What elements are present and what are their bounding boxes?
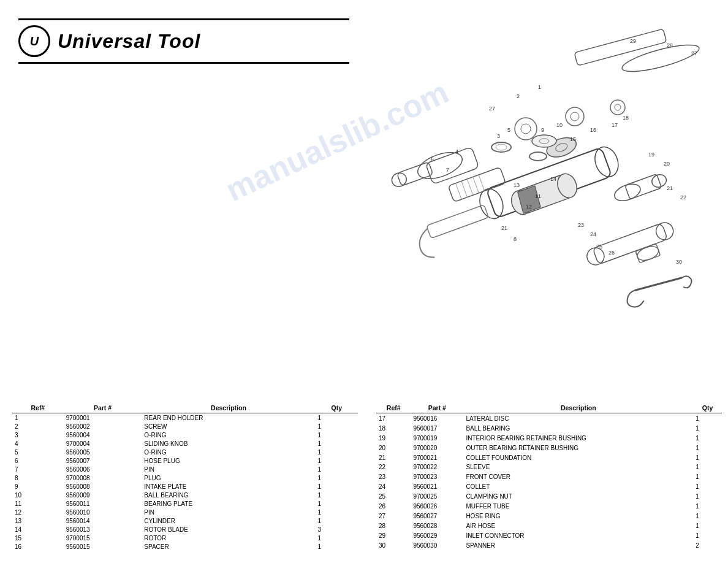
svg-text:20: 20 <box>664 161 670 167</box>
cell-qty: 1 <box>316 534 358 542</box>
svg-text:28: 28 <box>667 42 673 48</box>
svg-point-21 <box>615 104 621 110</box>
cell-description: PIN <box>142 508 315 516</box>
col-header-qty-left: Qty <box>316 403 358 413</box>
svg-text:7: 7 <box>446 167 449 173</box>
svg-rect-35 <box>635 244 661 263</box>
cell-qty: 1 <box>693 413 722 424</box>
cell-part: 9560027 <box>411 511 463 521</box>
cell-description: INTAKE PLATE <box>142 482 315 491</box>
svg-text:23: 23 <box>578 222 584 228</box>
svg-text:10: 10 <box>556 122 563 128</box>
table-row: 23 9700023 FRONT COVER 1 <box>376 472 722 482</box>
table-row: 18 9560017 BALL BEARING 1 <box>376 423 722 433</box>
cell-description: MUFFER TUBE <box>463 502 693 511</box>
svg-point-36 <box>491 142 511 152</box>
table-row: 10 9560009 BALL BEARING 1 <box>12 491 358 499</box>
cell-ref: 23 <box>376 472 411 482</box>
svg-text:14: 14 <box>550 176 556 182</box>
cell-part: 9560014 <box>64 516 142 525</box>
svg-text:11: 11 <box>535 193 541 199</box>
col-header-part-left: Part # <box>64 403 142 413</box>
svg-text:15: 15 <box>570 136 576 142</box>
cell-part: 9560008 <box>64 482 142 491</box>
cell-qty: 1 <box>693 521 722 531</box>
cell-ref: 19 <box>376 433 411 443</box>
table-row: 12 9560010 PIN 1 <box>12 508 358 516</box>
cell-ref: 16 <box>12 542 64 551</box>
svg-text:27: 27 <box>489 105 495 112</box>
svg-text:6: 6 <box>431 156 434 163</box>
cell-description: SPANNER <box>463 541 693 551</box>
cell-part: 9560007 <box>64 456 142 465</box>
cell-part: 9700022 <box>411 462 463 472</box>
cell-part: 9560016 <box>411 413 463 424</box>
table-row: 1 9700001 REAR END HOLDER 1 <box>12 413 358 423</box>
cell-part: 9560013 <box>64 525 142 534</box>
cell-part: 9560029 <box>411 531 463 541</box>
cell-qty: 1 <box>316 491 358 499</box>
svg-rect-1 <box>574 29 667 66</box>
table-row: 21 9700021 COLLET FOUNDATION 1 <box>376 453 722 462</box>
svg-text:13: 13 <box>514 182 520 188</box>
cell-qty: 1 <box>316 422 358 431</box>
cell-qty: 1 <box>316 473 358 482</box>
cell-qty: 1 <box>693 511 722 521</box>
cell-ref: 8 <box>12 473 64 482</box>
svg-text:2: 2 <box>517 93 520 99</box>
cell-description: SCREW <box>142 422 315 431</box>
svg-text:5: 5 <box>507 127 510 133</box>
exploded-diagram: 29 28 27 27 2 1 3 5 4 6 7 9 10 12 11 13 … <box>336 6 716 356</box>
cell-ref: 5 <box>12 448 64 456</box>
table-row: 7 9560006 PIN 1 <box>12 465 358 473</box>
svg-point-37 <box>496 144 507 150</box>
cell-qty: 1 <box>693 472 722 482</box>
cell-qty: 3 <box>316 525 358 534</box>
svg-line-28 <box>461 181 468 197</box>
cell-qty: 1 <box>316 499 358 508</box>
table-row: 2 9560002 SCREW 1 <box>12 422 358 431</box>
cell-description: PIN <box>142 465 315 473</box>
cell-ref: 17 <box>376 413 411 424</box>
svg-point-38 <box>529 152 547 161</box>
cell-qty: 1 <box>316 413 358 423</box>
svg-line-29 <box>467 179 473 195</box>
col-header-part-right: Part # <box>411 403 463 413</box>
cell-ref: 21 <box>376 453 411 462</box>
table-row: 24 9560021 COLLET 1 <box>376 482 722 492</box>
cell-description: LATERAL DISC <box>463 413 693 424</box>
cell-ref: 12 <box>12 508 64 516</box>
col-header-ref-left: Ref# <box>12 403 64 413</box>
svg-text:1: 1 <box>538 84 541 90</box>
header: U Universal Tool <box>18 18 349 64</box>
cell-part: 9560030 <box>411 541 463 551</box>
cell-description: HOSE RING <box>463 511 693 521</box>
cell-part: 9560002 <box>64 422 142 431</box>
svg-text:25: 25 <box>596 243 602 250</box>
logo-icon: U <box>18 25 50 57</box>
svg-rect-25 <box>427 205 488 239</box>
cell-qty: 1 <box>693 453 722 462</box>
svg-text:9: 9 <box>541 127 544 133</box>
cell-qty: 1 <box>693 502 722 511</box>
svg-point-16 <box>515 118 537 140</box>
cell-ref: 6 <box>12 456 64 465</box>
cell-ref: 14 <box>12 525 64 534</box>
svg-text:18: 18 <box>623 115 629 121</box>
parts-table-section: Ref# Part # Description Qty 1 9700001 RE… <box>12 403 722 551</box>
cell-description: FRONT COVER <box>463 472 693 482</box>
cell-part: 9700023 <box>411 472 463 482</box>
svg-rect-14 <box>397 162 433 186</box>
svg-text:19: 19 <box>648 151 654 158</box>
cell-ref: 10 <box>12 491 64 499</box>
cell-qty: 1 <box>316 439 358 448</box>
svg-text:16: 16 <box>590 127 596 133</box>
svg-text:21: 21 <box>501 225 507 231</box>
table-row: 14 9560013 ROTOR BLADE 3 <box>12 525 358 534</box>
cell-description: COLLET <box>463 482 693 492</box>
cell-part: 9700020 <box>411 443 463 453</box>
cell-ref: 3 <box>12 431 64 439</box>
cell-qty: 1 <box>316 516 358 525</box>
cell-description: BEARING PLATE <box>142 499 315 508</box>
cell-part: 9560004 <box>64 431 142 439</box>
